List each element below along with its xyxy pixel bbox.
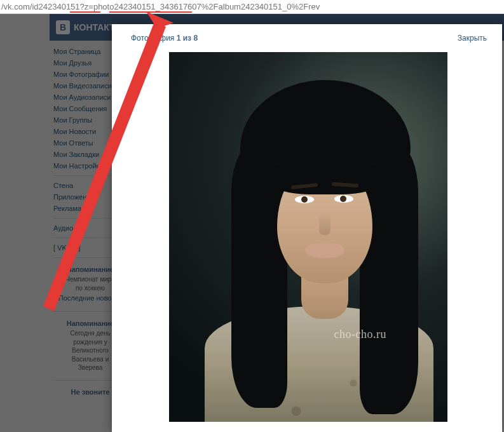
- photo-eye-r: [334, 195, 353, 203]
- url-text: /vk.com/id242340151?z=photo242340151_343…: [1, 2, 320, 11]
- close-button[interactable]: Закрыть: [458, 34, 487, 43]
- photo-viewer: Фотография 1 из 8 Закрыть cho-cho.ru: [112, 24, 502, 432]
- photo-nose: [319, 212, 330, 235]
- browser-url-bar[interactable]: /vk.com/id242340151?z=photo242340151_343…: [0, 0, 504, 14]
- photo-eye-l: [295, 196, 314, 203]
- viewer-title-label: Фотография: [131, 34, 174, 43]
- photo-lips: [305, 243, 344, 258]
- photo-watermark: cho-cho.ru: [334, 328, 386, 341]
- photo-image[interactable]: cho-cho.ru: [169, 52, 447, 422]
- annotation-underline-1: [70, 11, 100, 13]
- annotation-underline-2: [109, 11, 192, 13]
- photo-bangs: [269, 127, 381, 180]
- viewer-counter: 1 из 8: [177, 34, 198, 43]
- photo-viewer-header: Фотография 1 из 8 Закрыть: [112, 24, 502, 52]
